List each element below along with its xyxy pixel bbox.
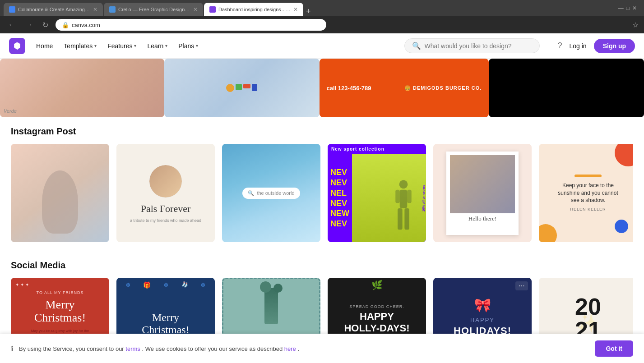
tab-dashboard[interactable]: Dashboard inspiring designs - C... ✕ [204,3,303,16]
sport-body: NEV NEV NEL NEV NEW NEV [328,154,426,242]
search-input[interactable] [425,42,515,50]
svg-rect-1 [400,190,408,208]
giveaway-plant [264,288,278,324]
new-tab-button[interactable]: + [306,7,311,16]
signup-button[interactable]: Sign up [594,39,635,53]
cookie-text: By using the Service, you consent to our… [19,345,589,352]
svg-rect-3 [407,190,411,203]
instagram-post-grid: Pals Forever a tribute to my friends who… [11,144,633,242]
ig-card-sport[interactable]: New sport collection NEV NEV NEL NEV NEW… [328,144,426,242]
snowflake-3: ❄ [200,281,206,289]
help-icon[interactable]: ? [558,41,562,51]
nav-learn[interactable]: Learn ▾ [147,42,167,50]
site-header: Home Templates ▾ Features ▾ Learn ▾ Plan… [0,33,644,59]
pals-subtext: a tribute to my friends who made ahead [123,218,208,223]
holly-icon: 🌿 [371,280,383,290]
ig-card-watercolor[interactable] [11,144,109,242]
banner-blue[interactable] [164,59,320,117]
header-actions: ? Log in Sign up [558,39,635,53]
polaroid-img-fill [450,155,515,213]
nav-templates[interactable]: Templates ▾ [64,42,97,50]
holly-decoration-top: 🌿 [371,280,383,290]
polaroid-photo [450,155,515,213]
snowflake-1: ❄ [125,281,131,289]
main-content: Instagram Post Pals Forever a tribute to… [0,117,644,363]
svg-rect-5 [404,208,409,230]
hello-there-text: Hello there! [450,213,515,222]
more-options-button[interactable]: ··· [515,281,528,290]
sport-new-2: NEV [330,178,349,188]
sport-new-3: NEL [330,188,349,198]
forward-button[interactable]: → [23,19,35,31]
cookie-banner: ℹ By using the Service, you consent to o… [0,334,644,363]
sport-discount-text: 10% off on orders [422,185,425,211]
keep-text-block: Keep your face to the sunshine and you c… [546,165,630,221]
banner-demigods-text: 🍔 DEMIGODS BURGER CO. [404,85,482,91]
search-bar[interactable]: 🔍 [404,38,540,53]
reload-button[interactable]: ↻ [40,19,51,31]
sport-yellow-panel: 10% off on orders [352,154,426,242]
banner-orange[interactable]: call 123-456-789 🍔 DEMIGODS BURGER CO. [320,59,489,117]
ocean-search-bar: 🔍 the outside world [242,188,300,199]
ig-card-ocean[interactable]: 🔍 the outside world [222,144,320,242]
banner-verde-text: Verde [4,108,17,114]
svg-point-0 [399,180,408,188]
ig-card-hello[interactable]: Hello there! [433,144,532,242]
xmas-red-top: TO ALL MY FRIENDS [37,290,84,295]
keep-circle-orange [539,224,557,242]
snowflake-2: ❄ [163,281,169,289]
browser-action-icons: ☆ [632,21,639,29]
instagram-post-title: Instagram Post [11,126,633,137]
tab-close-collaborate[interactable]: ✕ [93,6,97,13]
nav-plans[interactable]: Plans ▾ [178,42,198,50]
sock-icon: 🧦 [181,281,188,289]
tab-crello[interactable]: Crello — Free Graphic Design So... ✕ [104,3,203,16]
plans-caret-icon: ▾ [196,43,198,48]
xmas-blue-decorations: ❄ 🎁 ❄ 🧦 ❄ [120,281,211,289]
tab-label-collaborate: Collaborate & Create Amazing C... [18,7,90,12]
nav-home[interactable]: Home [36,42,53,50]
login-button[interactable]: Log in [570,42,587,50]
sport-person-silhouette [390,179,422,242]
tab-collaborate[interactable]: Collaborate & Create Amazing C... ✕ [4,3,103,16]
tab-favicon-crello [109,6,116,13]
keep-circle-blue [615,220,628,233]
tab-close-dashboard[interactable]: ✕ [293,6,298,13]
tab-close-crello[interactable]: ✕ [193,6,198,13]
keep-author: HELEN KELLER [555,207,621,211]
bookmark-icon[interactable]: ☆ [632,21,639,29]
cookie-here-link[interactable]: here [284,345,296,352]
polaroid-frame: Hello there! [446,152,519,235]
banner-call-text: call 123-456-789 [327,85,371,92]
ocean-search-text: the outside world [257,190,294,196]
xmas-red-title: MerryChristmas! [34,299,86,324]
sport-header-text: New sport collection [328,144,426,154]
cookie-terms-link[interactable]: terms [125,345,140,352]
sport-new-6: NEV [330,219,349,229]
sport-new-words: NEV NEV NEL NEV NEW NEV [328,154,352,242]
banner-objects [223,81,260,95]
url-display[interactable]: canva.com [72,22,100,28]
banner-pink[interactable]: Verde [0,59,164,117]
keep-pencil-icon [575,175,602,177]
learn-caret-icon: ▾ [165,43,167,48]
social-media-title: Social Media [11,260,633,271]
banner-black[interactable] [489,59,644,117]
address-input-field[interactable]: 🔒 canva.com [56,19,326,31]
lock-icon: 🔒 [62,22,69,28]
got-it-button[interactable]: Got it [595,340,633,357]
top-banners: Verde call 123-456-789 🍔 DEMIGODS BURGER… [0,59,644,117]
keep-circle-red [615,144,633,166]
features-caret-icon: ▾ [134,43,136,48]
tab-label-dashboard: Dashboard inspiring designs - C... [218,7,291,12]
canva-logo[interactable] [9,38,25,54]
window-controls: —□✕ [618,5,640,11]
gift-icon: 🎁 [143,281,151,289]
ig-card-keep[interactable]: Keep your face to the sunshine and you c… [539,144,633,242]
tab-favicon-dashboard [209,6,216,13]
nav-features[interactable]: Features ▾ [107,42,136,50]
back-button[interactable]: ← [5,19,18,31]
ig-card-pals[interactable]: Pals Forever a tribute to my friends who… [116,144,215,242]
holly-title: HAPPYHOLLY-DAYS! [344,311,409,334]
figure-silhouette [42,170,78,234]
